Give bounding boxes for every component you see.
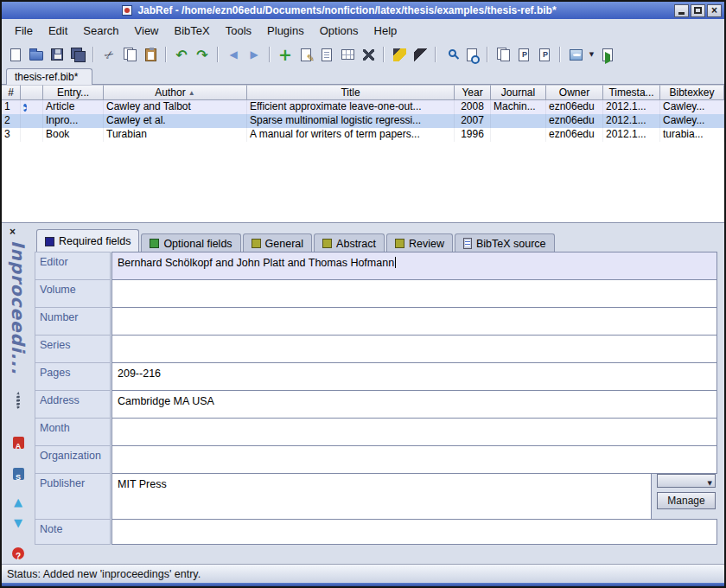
- menu-help[interactable]: Help: [366, 22, 405, 40]
- tab-general[interactable]: General: [243, 233, 312, 252]
- entry-editor-sidebar: Inproceedi...: [2, 223, 35, 564]
- cell-year: 2007: [455, 114, 491, 128]
- window-bottom-edge: [2, 583, 724, 586]
- open-pdf-icon[interactable]: [13, 437, 24, 449]
- incremental-search-icon[interactable]: [462, 44, 482, 65]
- entry-editor-tabs: Required fields Optional fields General …: [35, 223, 717, 252]
- tab-label: Abstract: [336, 238, 376, 250]
- column-header-author[interactable]: Author▲: [104, 85, 247, 100]
- menu-view[interactable]: View: [127, 22, 167, 40]
- edit-entry-icon[interactable]: [296, 44, 316, 65]
- table-header: # Entry... Author▲ Title Year Journal Ow…: [2, 85, 724, 100]
- edit-strings-icon[interactable]: [316, 44, 337, 65]
- chevron-down-icon: [708, 473, 712, 489]
- unmark-entries-icon[interactable]: [410, 44, 430, 65]
- tab-review[interactable]: Review: [386, 233, 453, 252]
- manage-button[interactable]: Manage: [657, 492, 716, 509]
- edit-preamble-icon[interactable]: [337, 44, 358, 65]
- note-field-input[interactable]: [111, 519, 717, 545]
- minimize-button[interactable]: [674, 4, 689, 17]
- push-to-openoffice-icon[interactable]: [565, 44, 586, 65]
- next-entry-icon[interactable]: [14, 514, 22, 530]
- tab-abstract[interactable]: Abstract: [314, 233, 385, 252]
- tab-label: General: [265, 238, 303, 250]
- new-subdatabase-icon[interactable]: [358, 44, 379, 65]
- forward-icon[interactable]: [244, 44, 264, 65]
- field-label: Note: [35, 519, 111, 545]
- tab-label: Required fields: [59, 235, 131, 247]
- save-all-icon[interactable]: [67, 44, 88, 65]
- series-field-input[interactable]: [111, 335, 717, 363]
- cell-title: A manual for writers of term papers...: [247, 128, 455, 142]
- cell-year: 2008: [455, 100, 491, 114]
- menu-edit[interactable]: Edit: [41, 22, 75, 40]
- paste-icon[interactable]: [140, 44, 161, 65]
- status-text: Status: Added new 'inproceedings' entry.: [7, 568, 201, 580]
- toolbar-separator: [165, 47, 167, 62]
- push-dropdown-icon[interactable]: [586, 44, 597, 65]
- column-header-bibtexkey[interactable]: Bibtexkey: [660, 85, 724, 100]
- entry-link-icon[interactable]: ▸: [23, 104, 27, 112]
- column-header-icon[interactable]: [21, 85, 43, 100]
- field-row-series: Series: [35, 335, 717, 363]
- new-database-icon[interactable]: [5, 44, 26, 65]
- table-row[interactable]: 1 ▸ Article Cawley and Talbot Efficient …: [2, 100, 724, 114]
- editor-field-input[interactable]: Bernhard Schölkopf and John Platt and Th…: [111, 252, 717, 280]
- copy-key-icon[interactable]: [493, 44, 513, 65]
- column-header-entrytype[interactable]: Entry...: [43, 85, 104, 100]
- menu-file[interactable]: File: [7, 22, 41, 40]
- column-header-timestamp[interactable]: Timesta...: [603, 85, 660, 100]
- back-icon[interactable]: [223, 44, 244, 65]
- tab-required-fields[interactable]: Required fields: [36, 229, 139, 252]
- open-file-icon[interactable]: [597, 44, 618, 65]
- column-header-year[interactable]: Year: [455, 85, 491, 100]
- menu-tools[interactable]: Tools: [218, 22, 259, 40]
- cell-bibtexkey: Cawley...: [660, 114, 724, 128]
- column-header-owner[interactable]: Owner: [546, 85, 603, 100]
- open-ps-icon[interactable]: [13, 468, 24, 480]
- publisher-field-input[interactable]: MIT Press: [111, 473, 652, 520]
- pages-field-input[interactable]: 209--216: [111, 362, 717, 391]
- address-field-input[interactable]: Cambridge MA USA: [111, 390, 717, 419]
- cell-entrytype: Book: [43, 128, 104, 142]
- volume-field-input[interactable]: [111, 279, 717, 308]
- save-database-icon[interactable]: [47, 44, 67, 65]
- organization-field-input[interactable]: [111, 445, 717, 474]
- new-entry-icon[interactable]: [275, 44, 296, 65]
- menubar: File Edit Search View BibTeX Tools Plugi…: [2, 19, 724, 42]
- tab-optional-fields[interactable]: Optional fields: [141, 233, 240, 252]
- copy-icon[interactable]: [119, 44, 140, 65]
- toolbar-separator: [383, 47, 385, 62]
- tab-bibtex-source[interactable]: BibTeX source: [455, 233, 555, 252]
- open-database-icon[interactable]: [26, 44, 47, 65]
- column-header-journal[interactable]: Journal: [491, 85, 546, 100]
- month-field-input[interactable]: [111, 418, 717, 446]
- number-field-input[interactable]: [111, 307, 717, 336]
- undo-icon[interactable]: [171, 44, 192, 65]
- prev-entry-icon[interactable]: [14, 494, 22, 509]
- menu-bibtex[interactable]: BibTeX: [167, 22, 218, 40]
- push-to-winedt-icon[interactable]: [534, 44, 555, 65]
- help-icon[interactable]: [12, 547, 24, 559]
- column-header-title[interactable]: Title: [247, 85, 455, 100]
- write-xmp-icon[interactable]: [16, 393, 20, 409]
- redo-icon[interactable]: [192, 44, 213, 65]
- file-tab[interactable]: thesis-ref.bib*: [6, 68, 92, 85]
- text-caret: [395, 257, 396, 268]
- close-entry-editor-icon[interactable]: [6, 226, 19, 237]
- menu-plugins[interactable]: Plugins: [259, 22, 312, 40]
- search-icon[interactable]: [441, 44, 462, 65]
- menu-options[interactable]: Options: [312, 22, 366, 40]
- publisher-preset-dropdown[interactable]: [657, 474, 716, 488]
- menu-search[interactable]: Search: [75, 22, 126, 40]
- close-button[interactable]: [707, 4, 722, 17]
- push-to-lyx-icon[interactable]: [513, 44, 534, 65]
- table-row[interactable]: 3 Book Turabian A manual for writers of …: [2, 128, 724, 142]
- maximize-button[interactable]: [691, 4, 705, 17]
- cut-icon[interactable]: [99, 44, 119, 65]
- column-header-number[interactable]: #: [2, 85, 21, 100]
- cell-timestamp: 2012.1...: [603, 100, 660, 114]
- table-row-selected[interactable]: 2 Inpro... Cawley et al. Sparse multinom…: [2, 114, 724, 128]
- field-label: Volume: [35, 279, 111, 308]
- mark-entries-icon[interactable]: [389, 44, 410, 65]
